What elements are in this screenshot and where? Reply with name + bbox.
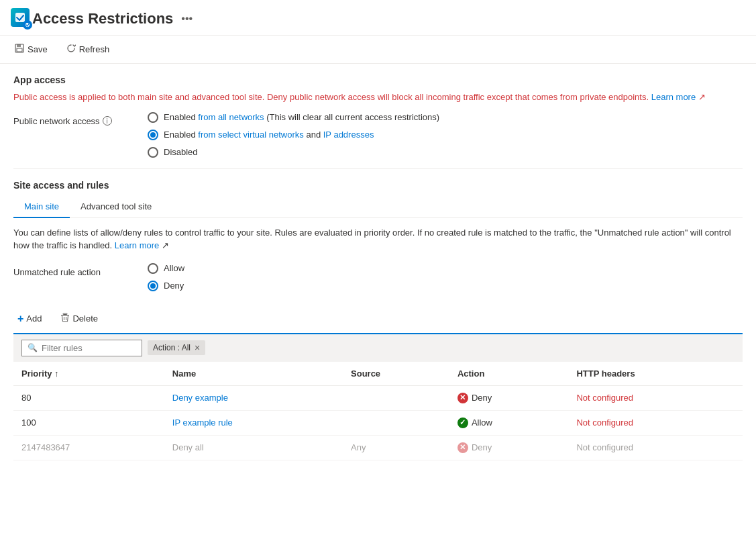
radio-option-all-networks[interactable]: Enabled from all networks (This will cle…	[148, 112, 439, 123]
opt2-middle: and	[304, 130, 323, 140]
row3-action-text: Deny	[472, 442, 492, 452]
opt3-label: Disabled	[164, 147, 198, 157]
row1-name-link[interactable]: Deny example	[172, 393, 228, 403]
row1-action: ✕ Deny	[449, 385, 569, 410]
row2-name[interactable]: IP example rule	[164, 410, 343, 435]
svg-rect-6	[63, 313, 67, 315]
svg-rect-5	[61, 315, 69, 315]
row2-action-text: Allow	[472, 418, 492, 428]
delete-button[interactable]: Delete	[56, 310, 102, 327]
rules-action-toolbar: + Add Delete	[13, 305, 743, 334]
row3-action-badge: ✕ Deny	[457, 442, 561, 453]
learn-more-link-1[interactable]: Learn more	[651, 92, 696, 102]
save-icon	[15, 44, 24, 55]
app-access-info: Public access is applied to both main si…	[13, 91, 743, 104]
radio-circle-allow	[148, 263, 158, 274]
row1-source	[343, 385, 449, 410]
row1-action-text: Deny	[472, 393, 492, 403]
add-button[interactable]: + Add	[13, 310, 46, 328]
radio-option-disabled[interactable]: Disabled	[148, 147, 439, 158]
row1-deny-icon: ✕	[457, 393, 468, 403]
svg-rect-4	[17, 48, 22, 52]
delete-icon	[60, 313, 70, 324]
row3-headers-status: Not configured	[576, 442, 633, 452]
row2-name-link[interactable]: IP example rule	[172, 418, 233, 428]
public-network-access-options: Enabled from all networks (This will cle…	[148, 112, 439, 158]
radio-circle-2	[148, 130, 158, 140]
col-name[interactable]: Name	[164, 362, 343, 386]
app-access-section-title: App access	[13, 75, 743, 85]
table-row: 2147483647 Deny all Any ✕ Deny Not confi…	[13, 435, 743, 460]
row3-priority: 2147483647	[13, 435, 164, 460]
page-header: Access Restrictions •••	[0, 0, 756, 36]
row2-action: ✓ Allow	[449, 410, 569, 435]
filter-rules-input[interactable]	[42, 343, 129, 353]
public-network-access-label: Public network access i	[13, 112, 148, 126]
row1-headers: Not configured	[568, 385, 743, 410]
main-content: App access Public access is applied to b…	[0, 64, 756, 471]
tab-main-site[interactable]: Main site	[13, 196, 70, 218]
row1-action-badge: ✕ Deny	[457, 393, 561, 403]
row2-action-badge: ✓ Allow	[457, 418, 561, 428]
row3-deny-icon: ✕	[457, 442, 468, 453]
site-tabs: Main site Advanced tool site	[13, 196, 743, 218]
row3-source: Any	[343, 435, 449, 460]
row2-source	[343, 410, 449, 435]
info-text-prefix: Public access is applied to both main si…	[13, 92, 649, 102]
radio-option-select-networks[interactable]: Enabled from select virtual networks and…	[148, 130, 439, 140]
rules-table: Priority ↑ Name Source Action HTTP heade…	[13, 362, 743, 460]
learn-more-link-2[interactable]: Learn more	[115, 240, 159, 250]
site-access-description: You can define lists of allow/deny rules…	[13, 226, 743, 252]
delete-label: Delete	[72, 313, 98, 324]
row2-priority: 100	[13, 410, 164, 435]
col-source[interactable]: Source	[343, 362, 449, 386]
table-header-row: Priority ↑ Name Source Action HTTP heade…	[13, 362, 743, 386]
toolbar: Save Refresh	[0, 36, 756, 64]
add-label: Add	[26, 313, 42, 324]
col-http-headers[interactable]: HTTP headers	[568, 362, 743, 386]
page-container: Access Restrictions ••• Save Refresh	[0, 0, 756, 539]
radio-unmatched-deny[interactable]: Deny	[148, 281, 184, 291]
more-options-icon[interactable]: •••	[181, 13, 193, 25]
refresh-button[interactable]: Refresh	[62, 41, 114, 58]
unmatched-rule-options: Allow Deny	[148, 263, 184, 291]
info-tooltip-icon[interactable]: i	[103, 116, 112, 126]
save-label: Save	[28, 44, 48, 54]
row3-action: ✕ Deny	[449, 435, 569, 460]
search-icon: 🔍	[28, 343, 38, 352]
refresh-icon	[66, 44, 76, 55]
filter-tag-close[interactable]: ×	[195, 342, 200, 353]
save-button[interactable]: Save	[11, 41, 52, 58]
action-filter-tag[interactable]: Action : All ×	[148, 340, 205, 355]
table-body: 80 Deny example ✕ Deny Not confi	[13, 385, 743, 460]
row3-name: Deny all	[164, 435, 343, 460]
row1-priority: 80	[13, 385, 164, 410]
external-link-icon-1: ↗	[698, 92, 706, 102]
opt2-highlight2: IP addresses	[323, 130, 374, 140]
refresh-label: Refresh	[79, 44, 110, 54]
public-network-access-row: Public network access i Enabled from all…	[13, 112, 743, 158]
site-access-section: Site access and rules Main site Advanced…	[13, 180, 743, 460]
tab-advanced-tool[interactable]: Advanced tool site	[70, 196, 162, 218]
unmatched-allow-label: Allow	[164, 263, 184, 273]
filter-input-wrapper[interactable]: 🔍	[21, 340, 142, 356]
opt1-highlight1: from all networks	[198, 112, 264, 122]
add-icon: +	[17, 313, 23, 325]
radio-circle-deny	[148, 281, 158, 291]
col-action[interactable]: Action	[449, 362, 569, 386]
col-priority[interactable]: Priority ↑	[13, 362, 164, 386]
row2-headers-status: Not configured	[576, 418, 633, 428]
table-row[interactable]: 100 IP example rule ✓ Allow Not	[13, 410, 743, 435]
unmatched-rule-row: Unmatched rule action Allow Deny	[13, 263, 743, 291]
svg-rect-3	[17, 44, 21, 47]
site-access-title: Site access and rules	[13, 180, 743, 191]
opt2-before: Enabled	[164, 130, 198, 140]
external-link-icon-2: ↗	[162, 240, 169, 250]
opt2-highlight1: from select virtual networks	[198, 130, 304, 140]
section-divider	[13, 168, 743, 169]
table-row[interactable]: 80 Deny example ✕ Deny Not confi	[13, 385, 743, 410]
row1-name[interactable]: Deny example	[164, 385, 343, 410]
radio-unmatched-allow[interactable]: Allow	[148, 263, 184, 274]
opt1-before: Enabled	[164, 112, 198, 122]
opt1-after: (This will clear all current access rest…	[264, 112, 440, 122]
